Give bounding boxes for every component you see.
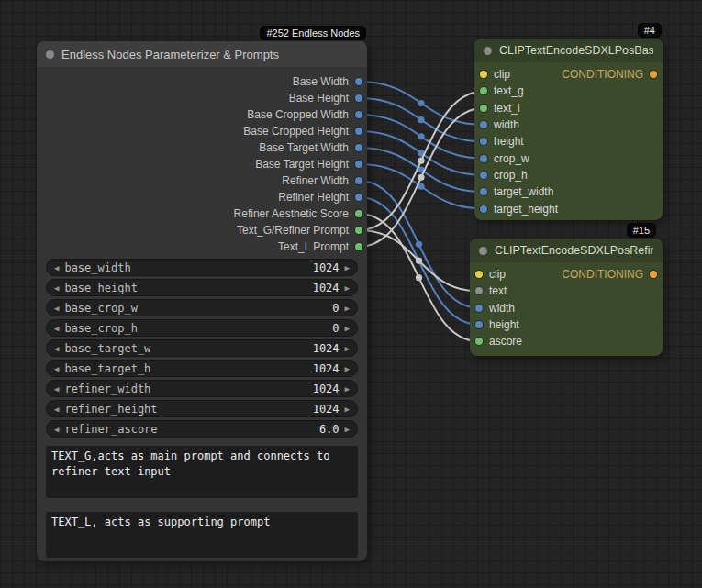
increment-arrow-icon[interactable]: ▶ bbox=[345, 384, 350, 394]
input-slot: clip bbox=[475, 268, 506, 281]
output-slot-dot[interactable] bbox=[355, 161, 362, 168]
increment-arrow-icon[interactable]: ▶ bbox=[345, 364, 350, 373]
node-clip-encode-refiner[interactable]: #15 CLIPTextEncodeSDXLPosRefiner clipCON… bbox=[470, 239, 663, 356]
widget-value[interactable]: 0 bbox=[332, 322, 339, 335]
input-slot-label: height bbox=[494, 135, 524, 148]
input-slot-dot[interactable] bbox=[475, 321, 483, 328]
increment-arrow-icon[interactable]: ▶ bbox=[345, 344, 350, 353]
link-midpoint-dot[interactable] bbox=[418, 158, 424, 164]
input-slot-dot[interactable] bbox=[480, 87, 487, 94]
input-slot-dot[interactable] bbox=[475, 305, 483, 312]
output-slot-label: Base Cropped Width bbox=[247, 108, 349, 121]
decrement-arrow-icon[interactable]: ◀ bbox=[54, 364, 59, 373]
widget-base_target_h[interactable]: ◀base_target_h1024▶ bbox=[46, 360, 358, 377]
widget-value[interactable]: 1024 bbox=[313, 362, 340, 375]
increment-arrow-icon[interactable]: ▶ bbox=[345, 304, 350, 313]
widget-base_height[interactable]: ◀base_height1024▶ bbox=[46, 279, 358, 296]
output-slot-dot[interactable] bbox=[650, 271, 657, 278]
widget-base_target_w[interactable]: ◀base_target_w1024▶ bbox=[46, 339, 358, 357]
node-endless-parameterizer[interactable]: #252 Endless Nodes Endless Nodes Paramet… bbox=[37, 41, 367, 561]
output-slot-row: Text_G/Refiner Prompt bbox=[37, 222, 367, 239]
left-node-widgets: ◀base_width1024▶◀base_height1024▶◀base_c… bbox=[37, 259, 367, 438]
decrement-arrow-icon[interactable]: ◀ bbox=[54, 344, 59, 353]
decrement-arrow-icon[interactable]: ◀ bbox=[54, 263, 59, 272]
input-slot-dot[interactable] bbox=[480, 121, 487, 128]
widget-base_crop_w[interactable]: ◀base_crop_w0▶ bbox=[46, 299, 358, 316]
widget-value[interactable]: 1024 bbox=[313, 383, 340, 395]
decrement-arrow-icon[interactable]: ◀ bbox=[54, 324, 59, 333]
output-slot-dot[interactable] bbox=[355, 128, 362, 135]
link-midpoint-dot[interactable] bbox=[416, 241, 422, 248]
output-slot: CONDITIONING bbox=[562, 68, 657, 81]
output-slot-dot[interactable] bbox=[355, 227, 362, 234]
output-slot-dot[interactable] bbox=[355, 78, 362, 85]
increment-arrow-icon[interactable]: ▶ bbox=[345, 263, 350, 272]
widget-value[interactable]: 1024 bbox=[313, 403, 340, 416]
collapse-dot-icon[interactable] bbox=[46, 50, 54, 59]
widget-refiner_height[interactable]: ◀refiner_height1024▶ bbox=[46, 400, 358, 417]
text-g-prompt-textarea[interactable]: TEXT_G,acts as main prompt and connects … bbox=[46, 446, 358, 498]
collapse-dot-icon[interactable] bbox=[479, 247, 487, 255]
text-l-prompt-textarea[interactable]: TEXT_L, acts as supporting prompt bbox=[46, 512, 358, 558]
input-slot-dot[interactable] bbox=[480, 105, 487, 112]
node-title-bar[interactable]: Endless Nodes Parameterizer & Prompts bbox=[37, 41, 367, 67]
increment-arrow-icon[interactable]: ▶ bbox=[345, 405, 350, 414]
link-midpoint-dot[interactable] bbox=[416, 274, 422, 281]
widget-value[interactable]: 0 bbox=[332, 302, 339, 315]
widget-value[interactable]: 1024 bbox=[313, 261, 340, 274]
increment-arrow-icon[interactable]: ▶ bbox=[345, 283, 350, 293]
node-clip-encode-base[interactable]: #4 CLIPTextEncodeSDXLPosBase clipCONDITI… bbox=[474, 39, 663, 220]
output-slot-dot[interactable] bbox=[355, 177, 362, 184]
link-midpoint-dot[interactable] bbox=[418, 133, 424, 139]
input-slot-dot[interactable] bbox=[480, 138, 487, 145]
input-slot-dot[interactable] bbox=[480, 205, 487, 213]
output-slot-dot[interactable] bbox=[355, 144, 362, 151]
input-slot: target_height bbox=[480, 203, 558, 216]
input-slot-dot[interactable] bbox=[475, 287, 483, 294]
widget-base_crop_h[interactable]: ◀base_crop_h0▶ bbox=[46, 319, 358, 337]
widget-name: base_width bbox=[64, 261, 306, 274]
widget-refiner_width[interactable]: ◀refiner_width1024▶ bbox=[46, 380, 358, 397]
io-slot-row: height bbox=[474, 133, 663, 150]
input-slot-dot[interactable] bbox=[480, 188, 487, 195]
link-midpoint-dot[interactable] bbox=[418, 100, 424, 106]
link-midpoint-dot[interactable] bbox=[416, 258, 422, 264]
link-midpoint-dot[interactable] bbox=[418, 174, 424, 181]
output-slot-dot[interactable] bbox=[355, 243, 362, 250]
output-slot-label: Base Width bbox=[293, 75, 349, 88]
decrement-arrow-icon[interactable]: ◀ bbox=[54, 384, 59, 394]
decrement-arrow-icon[interactable]: ◀ bbox=[54, 425, 59, 434]
collapse-dot-icon[interactable] bbox=[484, 47, 492, 55]
input-slot: width bbox=[475, 302, 515, 315]
left-node-outputs: Base WidthBase HeightBase Cropped WidthB… bbox=[37, 73, 367, 255]
input-slot-dot[interactable] bbox=[480, 71, 487, 78]
node-title-bar[interactable]: CLIPTextEncodeSDXLPosRefiner bbox=[470, 239, 663, 262]
widget-value[interactable]: 1024 bbox=[313, 282, 340, 294]
increment-arrow-icon[interactable]: ▶ bbox=[345, 324, 350, 333]
input-slot-label: target_height bbox=[494, 203, 558, 216]
link-midpoint-dot[interactable] bbox=[418, 116, 424, 123]
input-slot-dot[interactable] bbox=[475, 271, 483, 278]
widget-value[interactable]: 6.0 bbox=[319, 423, 340, 436]
output-slot-dot[interactable] bbox=[355, 210, 362, 217]
decrement-arrow-icon[interactable]: ◀ bbox=[54, 283, 59, 293]
increment-arrow-icon[interactable]: ▶ bbox=[345, 425, 350, 434]
widget-base_width[interactable]: ◀base_width1024▶ bbox=[46, 259, 358, 276]
widget-value[interactable]: 1024 bbox=[313, 342, 340, 355]
node-title-bar[interactable]: CLIPTextEncodeSDXLPosBase bbox=[474, 39, 663, 62]
decrement-arrow-icon[interactable]: ◀ bbox=[54, 304, 59, 313]
io-slot-row: clipCONDITIONING bbox=[470, 266, 663, 283]
input-slot-dot[interactable] bbox=[480, 172, 487, 179]
node-graph-canvas[interactable]: #252 Endless Nodes Endless Nodes Paramet… bbox=[0, 0, 702, 588]
input-slot-dot[interactable] bbox=[475, 338, 483, 345]
output-slot-dot[interactable] bbox=[355, 94, 362, 102]
output-slot-label: Base Cropped Height bbox=[243, 125, 349, 138]
input-slot: target_width bbox=[480, 185, 553, 198]
widget-refiner_ascore[interactable]: ◀refiner_ascore6.0▶ bbox=[46, 420, 358, 438]
decrement-arrow-icon[interactable]: ◀ bbox=[54, 405, 59, 414]
output-slot-dot[interactable] bbox=[355, 111, 362, 118]
output-slot-dot[interactable] bbox=[355, 194, 362, 201]
input-slot-dot[interactable] bbox=[480, 155, 487, 162]
output-slot-dot[interactable] bbox=[650, 71, 657, 78]
io-slot-row: crop_w bbox=[474, 150, 663, 166]
